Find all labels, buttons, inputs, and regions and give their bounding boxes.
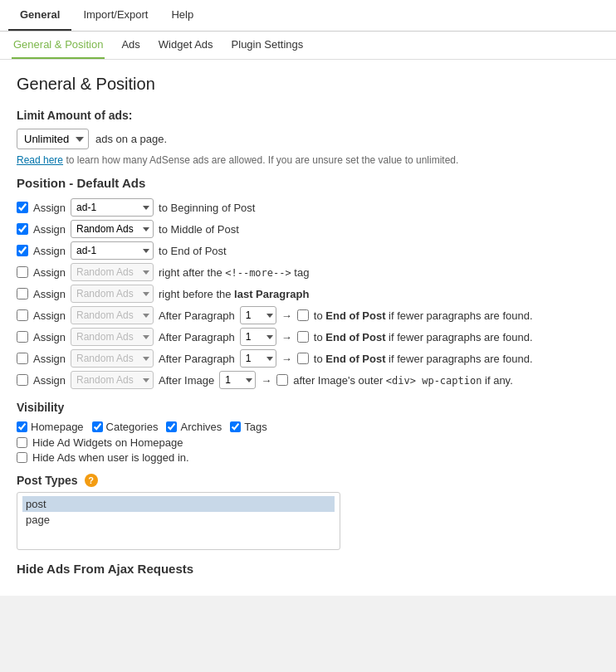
vis-homepage-label: Homepage (31, 421, 84, 433)
end-checkbox-8[interactable] (297, 353, 309, 364)
subnav-general-position[interactable]: General & Position (12, 32, 105, 59)
subnav-ads[interactable]: Ads (120, 32, 141, 59)
vis-tags-checkbox[interactable] (230, 421, 241, 432)
paragraph-num-7[interactable]: 12345 (240, 328, 276, 346)
end-of-post-8: End of Post (325, 353, 385, 365)
end-checkbox-7[interactable] (297, 331, 309, 343)
assign-label-8: Assign (33, 353, 66, 365)
vis-categories: Categories (92, 421, 159, 433)
top-navigation: General Import/Export Help (0, 0, 616, 32)
assign-row-6: Assign Random Ads ad-1 After Paragraph 1… (17, 306, 599, 324)
image-num-9[interactable]: 12345 (219, 371, 256, 389)
help-icon[interactable]: ? (85, 474, 98, 487)
tab-general[interactable]: General (8, 0, 71, 31)
visibility-title: Visibility (17, 401, 599, 414)
to-text-5: right before the last Paragraph (159, 288, 309, 300)
vis-homepage-checkbox[interactable] (17, 421, 27, 432)
after-image-label-9: After Image (159, 374, 214, 387)
code-more: <!--more--> (225, 267, 291, 279)
hide-widgets-row: Hide Ad Widgets on Homepage (17, 436, 599, 449)
ad-select-6[interactable]: Random Ads ad-1 (71, 306, 154, 324)
tab-help[interactable]: Help (159, 0, 205, 31)
end-of-post-7: End of Post (325, 331, 385, 343)
assign-row-9: Assign Random Ads ad-1 After Image 12345… (17, 371, 599, 389)
end-text-9: after Image's outer <div> wp-caption if … (293, 374, 513, 387)
hide-logged-in-row: Hide Ads when user is logged in. (17, 451, 599, 464)
code-div: <div> wp-caption (386, 375, 482, 387)
limit-row: Unlimited 1 2 3 4 5 ads on a page. (17, 129, 599, 149)
to-text-2: to Middle of Post (159, 223, 239, 236)
assign-checkbox-2[interactable] (17, 223, 28, 235)
limit-label: Limit Amount of ads: (17, 109, 599, 122)
position-title: Position - Default Ads (17, 176, 599, 190)
post-types-box[interactable]: post page (17, 492, 340, 550)
assign-label-1: Assign (33, 202, 66, 214)
assign-checkbox-4[interactable] (17, 266, 28, 278)
assign-row-8: Assign Random Ads ad-1 After Paragraph 1… (17, 349, 599, 368)
visibility-checkboxes-row: Homepage Categories Archives Tags (17, 421, 599, 433)
vis-tags-label: Tags (244, 421, 266, 433)
ad-select-4[interactable]: Random Ads ad-1 (71, 263, 154, 281)
page-content: General & Position Limit Amount of ads: … (0, 60, 616, 596)
read-here-link[interactable]: Read here (17, 154, 63, 166)
limit-select[interactable]: Unlimited 1 2 3 4 5 (17, 129, 89, 149)
sub-navigation: General & Position Ads Widget Ads Plugin… (0, 32, 616, 60)
hide-logged-in-label: Hide Ads when user is logged in. (32, 451, 189, 464)
vis-archives-checkbox[interactable] (166, 421, 177, 432)
post-type-post[interactable]: post (22, 496, 335, 512)
hide-ajax-title: Hide Ads From Ajax Requests (17, 562, 599, 576)
assign-label-7: Assign (33, 331, 66, 343)
assign-label-6: Assign (33, 309, 66, 322)
assign-checkbox-5[interactable] (17, 288, 28, 299)
assign-row-1: Assign ad-1 Random Ads to Beginning of P… (17, 198, 599, 217)
assign-checkbox-9[interactable] (17, 374, 28, 386)
end-checkbox-6[interactable] (297, 309, 309, 321)
subnav-widget-ads[interactable]: Widget Ads (157, 32, 215, 59)
post-types-title: Post Types (17, 474, 78, 487)
paragraph-num-8[interactable]: 12345 (240, 349, 276, 368)
assign-checkbox-3[interactable] (17, 245, 28, 256)
to-text-3: to End of Post (159, 245, 227, 257)
after-paragraph-label-8: After Paragraph (159, 353, 235, 365)
arrow-6: → (281, 309, 292, 322)
hide-widgets-label: Hide Ad Widgets on Homepage (32, 436, 183, 449)
vis-tags: Tags (230, 421, 266, 433)
assign-checkbox-1[interactable] (17, 202, 28, 213)
limit-section: Limit Amount of ads: Unlimited 1 2 3 4 5… (17, 109, 599, 166)
page-title: General & Position (17, 75, 599, 94)
assign-row-3: Assign ad-1 Random Ads to End of Post (17, 241, 599, 260)
vis-categories-checkbox[interactable] (92, 421, 103, 432)
after-paragraph-label-7: After Paragraph (159, 331, 235, 343)
ad-select-2[interactable]: ad-1 Random Ads (71, 220, 154, 238)
assign-checkbox-7[interactable] (17, 331, 28, 343)
end-text-8: to End of Post if fewer paragraphs are f… (314, 353, 533, 365)
ad-select-1[interactable]: ad-1 Random Ads (71, 198, 154, 217)
hide-logged-in-checkbox[interactable] (17, 452, 27, 463)
assign-checkbox-8[interactable] (17, 353, 28, 364)
ad-select-7[interactable]: Random Ads ad-1 (71, 328, 154, 346)
to-text-1: to Beginning of Post (159, 202, 255, 214)
paragraph-num-6[interactable]: 12345 (240, 306, 276, 324)
ad-select-5[interactable]: Random Ads ad-1 (71, 285, 154, 303)
arrow-9: → (261, 374, 271, 387)
ad-select-3[interactable]: ad-1 Random Ads (71, 241, 154, 260)
assign-label-2: Assign (33, 223, 66, 236)
assign-checkbox-6[interactable] (17, 309, 28, 321)
post-type-page[interactable]: page (22, 512, 335, 528)
end-of-post-6: End of Post (325, 309, 385, 322)
assign-row-7: Assign Random Ads ad-1 After Paragraph 1… (17, 328, 599, 346)
tab-import-export[interactable]: Import/Export (71, 0, 159, 31)
vis-homepage: Homepage (17, 421, 84, 433)
assign-row-5: Assign Random Ads ad-1 right before the … (17, 285, 599, 303)
assign-label-3: Assign (33, 245, 66, 257)
ad-select-8[interactable]: Random Ads ad-1 (71, 349, 154, 368)
hide-widgets-checkbox[interactable] (17, 437, 27, 448)
subnav-plugin-settings[interactable]: Plugin Settings (230, 32, 306, 59)
bold-last-para: last Paragraph (234, 288, 309, 300)
image-end-checkbox-9[interactable] (276, 374, 288, 386)
end-text-7: to End of Post if fewer paragraphs are f… (314, 331, 533, 343)
ad-select-9[interactable]: Random Ads ad-1 (71, 371, 154, 389)
after-paragraph-label-6: After Paragraph (159, 309, 235, 322)
limit-info: Read here to learn how many AdSense ads … (17, 154, 599, 166)
assign-row-4: Assign Random Ads ad-1 right after the <… (17, 263, 599, 281)
